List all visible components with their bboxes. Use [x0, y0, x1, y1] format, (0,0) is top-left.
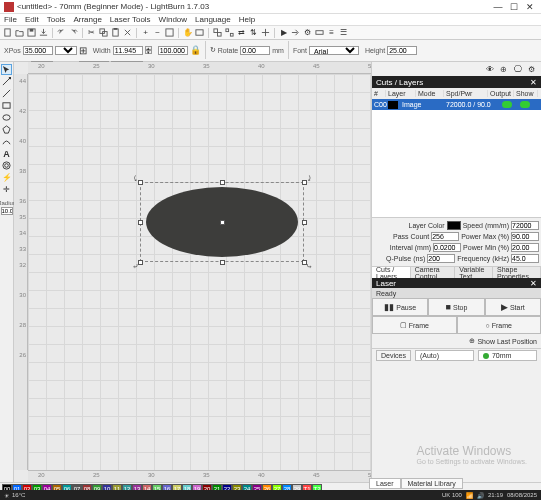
- align-button[interactable]: [260, 27, 271, 38]
- devices-button[interactable]: Devices: [376, 350, 411, 361]
- menu-help[interactable]: Help: [237, 15, 257, 24]
- tray-date[interactable]: 08/08/2025: [507, 492, 537, 498]
- tray-vol-icon[interactable]: 🔊: [477, 492, 484, 499]
- monitor-icon[interactable]: 🖵: [512, 64, 523, 75]
- rotate-input[interactable]: [240, 46, 270, 55]
- pan-button[interactable]: ✋: [182, 27, 193, 38]
- maximize-button[interactable]: ☐: [507, 1, 521, 13]
- add-icon[interactable]: ⊕: [498, 64, 509, 75]
- width-down[interactable]: ▾: [145, 50, 152, 54]
- laser-close[interactable]: ✕: [530, 279, 537, 288]
- redo-button[interactable]: [68, 27, 79, 38]
- rot-se[interactable]: ⤷: [306, 262, 314, 270]
- canvas[interactable]: 20 25 30 35 40 45 50 44 42 40 38 36 35 3…: [14, 62, 371, 482]
- unit-select[interactable]: mm: [55, 46, 77, 55]
- menu-window[interactable]: Window: [157, 15, 189, 24]
- tab-shapeprops[interactable]: Shape Properties: [493, 267, 541, 278]
- settings-button[interactable]: ⚙: [302, 27, 313, 38]
- tab-camera[interactable]: Camera Control: [411, 267, 456, 278]
- powermax-input[interactable]: [511, 232, 539, 241]
- new-button[interactable]: [2, 27, 13, 38]
- group-button[interactable]: [212, 27, 223, 38]
- font-select[interactable]: Arial: [309, 46, 359, 55]
- frame-square-button[interactable]: ▢Frame: [372, 316, 457, 334]
- cuts-close[interactable]: ✕: [530, 78, 537, 87]
- gear-icon[interactable]: ⚙: [526, 64, 537, 75]
- show-toggle[interactable]: ●: [520, 101, 530, 108]
- freq-input[interactable]: [511, 254, 539, 263]
- position-tool[interactable]: ✛: [1, 184, 12, 195]
- handle-w[interactable]: [138, 220, 143, 225]
- handle-n[interactable]: [220, 180, 225, 185]
- output-toggle[interactable]: ●: [502, 101, 512, 108]
- menu-arrange[interactable]: Arrange: [71, 15, 103, 24]
- tray-wifi-icon[interactable]: 📶: [466, 492, 473, 499]
- delete-button[interactable]: [122, 27, 133, 38]
- radius-input[interactable]: [1, 207, 13, 215]
- bezier-tool[interactable]: [1, 136, 12, 147]
- copy-button[interactable]: [98, 27, 109, 38]
- btab-laser[interactable]: Laser: [369, 478, 401, 489]
- handle-c[interactable]: [220, 220, 225, 225]
- send-button[interactable]: [290, 27, 301, 38]
- import-button[interactable]: [38, 27, 49, 38]
- select-tool[interactable]: [1, 64, 12, 75]
- line-tool[interactable]: [1, 88, 12, 99]
- menu-edit[interactable]: Edit: [23, 15, 41, 24]
- handle-s[interactable]: [220, 260, 225, 265]
- minimize-button[interactable]: —: [491, 1, 505, 13]
- zoom-out-button[interactable]: −: [152, 27, 163, 38]
- eye-icon[interactable]: 👁: [484, 64, 495, 75]
- passcount-input[interactable]: [431, 232, 459, 241]
- tab-cuts[interactable]: Cuts / Layers: [372, 267, 411, 278]
- preview-button[interactable]: ▶: [278, 27, 289, 38]
- node-edit-tool[interactable]: [1, 76, 12, 87]
- measure-tool[interactable]: ⚡: [1, 172, 12, 183]
- menu-laser-tools[interactable]: Laser Tools: [108, 15, 153, 24]
- pause-button[interactable]: ▮▮Pause: [372, 298, 428, 316]
- start-button[interactable]: ▶Start: [485, 298, 541, 316]
- width-input[interactable]: [113, 46, 143, 55]
- handle-e[interactable]: [302, 220, 307, 225]
- mirror-v-button[interactable]: ⇅: [248, 27, 259, 38]
- ellipse-tool[interactable]: [1, 112, 12, 123]
- stop-button[interactable]: ■Stop: [428, 298, 484, 316]
- menu-file[interactable]: File: [2, 15, 19, 24]
- rot-ne[interactable]: ⤸: [306, 174, 314, 182]
- bars2-button[interactable]: ☰: [338, 27, 349, 38]
- tray-time[interactable]: 21:19: [488, 492, 503, 498]
- fontheight-input[interactable]: [387, 46, 417, 55]
- undo-button[interactable]: [56, 27, 67, 38]
- open-button[interactable]: [14, 27, 25, 38]
- speed-input[interactable]: [511, 221, 539, 230]
- device-settings-button[interactable]: [314, 27, 325, 38]
- bars-button[interactable]: ≡: [326, 27, 337, 38]
- tray-lang[interactable]: UK 100: [442, 492, 462, 498]
- ungroup-button[interactable]: [224, 27, 235, 38]
- port-select[interactable]: (Auto): [415, 350, 474, 361]
- btab-matlib[interactable]: Material Library: [401, 478, 463, 489]
- cut-button[interactable]: ✂: [86, 27, 97, 38]
- xpos-input[interactable]: [23, 46, 53, 55]
- rot-sw[interactable]: ⤶: [132, 262, 140, 270]
- save-button[interactable]: [26, 27, 37, 38]
- paste-button[interactable]: [110, 27, 121, 38]
- offset-tool[interactable]: [1, 160, 12, 171]
- layer-color-swatch[interactable]: [447, 221, 461, 230]
- rect-tool[interactable]: [1, 100, 12, 111]
- zoom-frame-button[interactable]: [164, 27, 175, 38]
- lock-aspect-icon[interactable]: 🔒: [190, 45, 201, 55]
- menu-language[interactable]: Language: [193, 15, 233, 24]
- frame-circle-button[interactable]: ○Frame: [457, 316, 542, 334]
- frame-button[interactable]: [194, 27, 205, 38]
- text-tool[interactable]: A: [1, 148, 12, 159]
- polygon-tool[interactable]: [1, 124, 12, 135]
- powermin-input[interactable]: [511, 243, 539, 252]
- showlast-label[interactable]: Show Last Position: [477, 338, 537, 345]
- tab-vartext[interactable]: Variable Text: [455, 267, 493, 278]
- zoom-in-button[interactable]: +: [140, 27, 151, 38]
- close-button[interactable]: ✕: [523, 1, 537, 13]
- rot-nw[interactable]: ⤹: [132, 174, 140, 182]
- menu-tools[interactable]: Tools: [45, 15, 68, 24]
- mirror-h-button[interactable]: ⇄: [236, 27, 247, 38]
